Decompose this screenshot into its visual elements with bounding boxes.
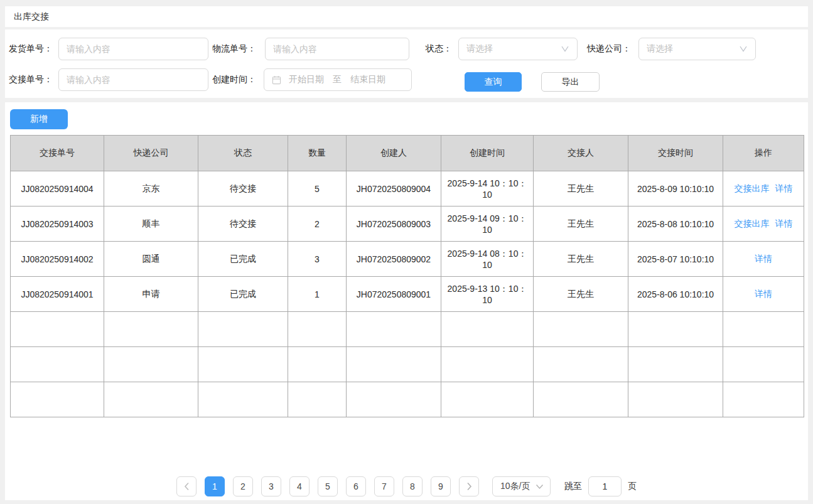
end-date-placeholder: 结束日期 <box>350 74 385 85</box>
logistics-no-label: 物流单号： <box>212 38 256 60</box>
chevron-down-icon <box>536 484 544 490</box>
add-button[interactable]: 新增 <box>10 109 68 129</box>
empty-cell <box>288 382 347 417</box>
empty-cell <box>198 347 288 382</box>
empty-cell <box>104 382 198 417</box>
page-unit-label: 页 <box>628 481 637 492</box>
cell-qty: 1 <box>288 277 347 312</box>
empty-cell <box>628 347 723 382</box>
cell-actions: 详情 <box>723 242 804 277</box>
header-handover-no: 交接单号 <box>11 136 104 171</box>
page-button-3[interactable]: 3 <box>261 476 281 496</box>
table-row: JJ0820250914001 申请 已完成 1 JH0720250809001… <box>11 277 804 312</box>
header-status: 状态 <box>198 136 288 171</box>
empty-cell <box>534 382 628 417</box>
cell-create-time: 2025-9-14 09：10：10 <box>441 206 534 242</box>
page-button-8[interactable]: 8 <box>402 476 423 496</box>
page-button-7[interactable]: 7 <box>374 476 394 496</box>
page-button-5[interactable]: 5 <box>318 476 338 496</box>
filter-panel: 发货单号： 物流单号： 状态： 请选择 快递公司： 请选择 交接单号： 创建时间… <box>5 29 808 98</box>
courier-select[interactable]: 请选择 <box>638 38 756 60</box>
detail-link[interactable]: 详情 <box>755 289 772 300</box>
page-button-6[interactable]: 6 <box>346 476 366 496</box>
export-button[interactable]: 导出 <box>541 72 600 92</box>
create-time-range-picker[interactable]: 开始日期 至 结束日期 <box>264 68 412 91</box>
table-header-row: 交接单号 快递公司 状态 数量 创建人 创建时间 交接人 交接时间 操作 <box>11 136 804 171</box>
cell-handover-no: JJ0820250914003 <box>11 206 104 242</box>
status-label: 状态： <box>426 38 452 60</box>
shipping-no-label: 发货单号： <box>9 38 53 60</box>
cell-handover-person: 王先生 <box>534 171 628 206</box>
page-button-4[interactable]: 4 <box>289 476 310 496</box>
handover-no-label: 交接单号： <box>9 68 53 91</box>
create-time-label: 创建时间： <box>212 68 256 91</box>
page-button-9[interactable]: 9 <box>431 476 451 496</box>
table-row: JJ0820250914002 圆通 已完成 3 JH0720250809002… <box>11 242 804 277</box>
cell-create-time: 2025-9-14 10：10：10 <box>441 171 534 206</box>
next-page-button[interactable] <box>459 476 479 496</box>
empty-cell <box>104 312 198 347</box>
chevron-down-icon <box>561 46 569 52</box>
header-handover-person: 交接人 <box>534 136 628 171</box>
empty-cell <box>198 312 288 347</box>
header-qty: 数量 <box>288 136 347 171</box>
empty-cell <box>198 382 288 417</box>
chevron-down-icon <box>739 46 748 52</box>
status-select-placeholder: 请选择 <box>466 43 493 55</box>
cell-actions: 交接出库 详情 <box>723 171 804 206</box>
empty-cell <box>347 382 441 417</box>
empty-table-row <box>11 312 804 347</box>
jump-to-input[interactable] <box>588 476 622 496</box>
handover-no-input[interactable] <box>58 68 208 91</box>
empty-cell <box>723 382 804 417</box>
empty-cell <box>347 312 441 347</box>
search-button[interactable]: 查询 <box>465 72 522 92</box>
empty-cell <box>723 347 804 382</box>
handover-outbound-link[interactable]: 交接出库 <box>735 183 770 195</box>
detail-link[interactable]: 详情 <box>755 254 772 265</box>
handover-table: 交接单号 快递公司 状态 数量 创建人 创建时间 交接人 交接时间 操作 JJ0… <box>10 135 804 417</box>
logistics-no-input[interactable] <box>265 38 409 60</box>
cell-handover-time: 2025-8-06 10:10:10 <box>628 277 723 312</box>
start-date-placeholder: 开始日期 <box>289 74 324 85</box>
table-row: JJ0820250914003 顺丰 待交接 2 JH0720250809003… <box>11 206 804 242</box>
jump-to-label: 跳至 <box>564 481 582 492</box>
page-button-1[interactable]: 1 <box>205 476 225 496</box>
prev-page-button[interactable] <box>176 476 197 496</box>
empty-cell <box>441 382 534 417</box>
date-range-separator: 至 <box>333 74 342 85</box>
cell-qty: 2 <box>288 206 347 242</box>
cell-status: 待交接 <box>198 206 288 242</box>
page-size-select[interactable]: 10条/页 <box>492 476 551 496</box>
pagination: 1 2 3 4 5 6 7 8 9 10条/页 跳至 页 <box>5 476 808 496</box>
empty-cell <box>347 347 441 382</box>
empty-cell <box>288 312 347 347</box>
cell-courier: 圆通 <box>104 242 198 277</box>
cell-creator: JH0720250809003 <box>347 206 441 242</box>
shipping-no-input[interactable] <box>58 38 208 60</box>
detail-link[interactable]: 详情 <box>775 218 793 230</box>
cell-status: 已完成 <box>198 277 288 312</box>
chevron-right-icon <box>466 482 472 491</box>
empty-cell <box>288 347 347 382</box>
detail-link[interactable]: 详情 <box>775 183 793 195</box>
cell-handover-no: JJ0820250914002 <box>11 242 104 277</box>
cell-courier: 申请 <box>104 277 198 312</box>
empty-cell <box>534 347 628 382</box>
calendar-icon <box>272 75 281 85</box>
cell-qty: 3 <box>288 242 347 277</box>
header-handover-time: 交接时间 <box>628 136 723 171</box>
cell-actions: 详情 <box>723 277 804 312</box>
cell-handover-no: JJ0820250914004 <box>11 171 104 206</box>
page-button-2[interactable]: 2 <box>233 476 253 496</box>
handover-outbound-link[interactable]: 交接出库 <box>735 218 770 230</box>
status-select[interactable]: 请选择 <box>458 38 578 60</box>
cell-status: 待交接 <box>198 171 288 206</box>
cell-qty: 5 <box>288 171 347 206</box>
empty-cell <box>104 347 198 382</box>
cell-creator: JH0720250809002 <box>347 242 441 277</box>
page-size-value: 10条/页 <box>500 481 530 492</box>
cell-create-time: 2025-9-14 08：10：10 <box>441 242 534 277</box>
cell-handover-time: 2025-8-09 10:10:10 <box>628 171 723 206</box>
header-create-time: 创建时间 <box>441 136 534 171</box>
